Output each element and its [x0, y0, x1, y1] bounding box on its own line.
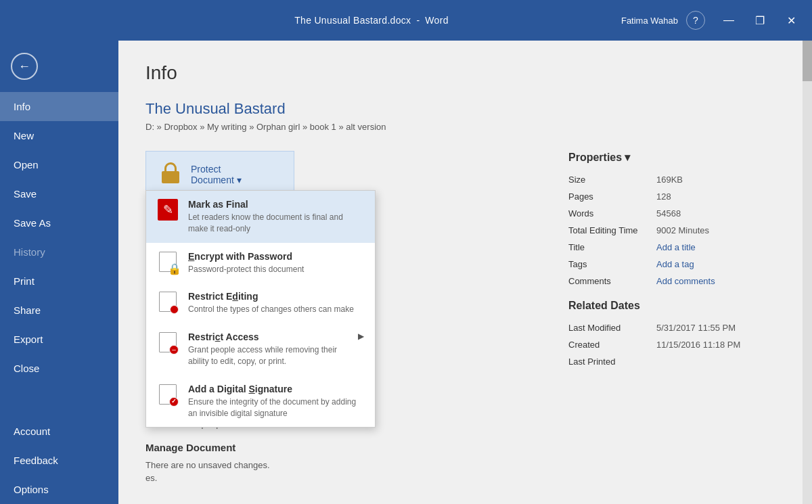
sidebar-item-history: History: [0, 237, 118, 267]
prop-label-comments: Comments: [568, 276, 656, 286]
manage-heading: Manage Document: [145, 442, 541, 453]
prop-value-editing-time: 9002 Minutes: [656, 225, 709, 235]
prop-created: Created 11/15/2016 11:18 PM: [568, 340, 785, 350]
lock-body: [162, 171, 179, 183]
prop-tags: Tags Add a tag: [568, 259, 785, 269]
prop-value-words: 54568: [656, 208, 681, 219]
prop-value-comments[interactable]: Add comments: [656, 276, 715, 286]
titlebar-app-name: Word: [425, 15, 448, 26]
sidebar-item-new[interactable]: New: [0, 121, 118, 150]
mark-as-final-desc: Let readers know the document is final a…: [188, 212, 364, 235]
manage-section: Manage Document There are no unsaved cha…: [145, 442, 541, 485]
sidebar-item-close[interactable]: Close: [0, 354, 118, 383]
sidebar-item-save-as[interactable]: Save As: [0, 208, 118, 237]
sidebar-item-info[interactable]: Info: [0, 92, 118, 121]
manage-desc: There are no unsaved changes.es.: [145, 459, 541, 485]
page-title: Info: [145, 62, 785, 84]
digital-signature-icon: ✓: [157, 384, 179, 405]
restrict-editing-content: Restrict Editing Control the types of ch…: [188, 291, 364, 315]
restrict-editing-title: Restrict Editing: [188, 291, 364, 302]
restrict-editing-desc: Control the types of changes others can …: [188, 304, 364, 315]
back-button[interactable]: ←: [11, 53, 38, 80]
content-area: Info The Unusual Bastard D: » Dropbox » …: [118, 41, 812, 504]
prop-value-pages: 128: [656, 191, 671, 202]
prop-title: Title Add a title: [568, 242, 785, 252]
sidebar-item-account[interactable]: Account: [0, 417, 118, 446]
prop-label-size: Size: [568, 175, 656, 185]
maximize-button[interactable]: ❐: [744, 0, 775, 41]
prop-value-tags[interactable]: Add a tag: [656, 259, 694, 269]
digital-signature-content: Add a Digital Signature Ensure the integ…: [188, 384, 364, 419]
prop-comments: Comments Add comments: [568, 276, 785, 286]
titlebar-help-button[interactable]: ?: [686, 11, 705, 30]
protect-btn-text: Protect Document ▾: [191, 164, 242, 185]
mark-as-final-content: Mark as Final Let readers know the docum…: [188, 199, 364, 235]
prop-label-last-printed: Last Printed: [568, 357, 656, 367]
related-dates-header: Related Dates: [568, 300, 785, 312]
restrict-access-desc: Grant people access while removing their…: [188, 344, 355, 367]
dropdown-item-digital-signature[interactable]: ✓ Add a Digital Signature Ensure the int…: [146, 375, 375, 428]
restrict-editing-icon: [157, 291, 179, 313]
encrypt-title: Encrypt with Password: [188, 251, 364, 262]
scrollbar-track[interactable]: [803, 41, 812, 504]
sidebar-item-feedback[interactable]: Feedback: [0, 446, 118, 475]
scrollbar-thumb[interactable]: [803, 41, 812, 81]
sidebar-item-print[interactable]: Print: [0, 267, 118, 296]
encrypt-content: Encrypt with Password Password-protect t…: [188, 251, 364, 275]
window-controls: — ❐ ✕: [713, 0, 807, 41]
prop-last-printed: Last Printed: [568, 357, 785, 367]
mark-as-final-title: Mark as Final: [188, 199, 364, 210]
prop-label-editing-time: Total Editing Time: [568, 225, 656, 235]
titlebar: The Unusual Bastard.docx - Word Fatima W…: [0, 0, 812, 41]
prop-pages: Pages 128: [568, 191, 785, 202]
encrypt-desc: Password-protect this document: [188, 264, 364, 275]
dropdown-item-restrict-access[interactable]: – Restrict Access Grant people access wh…: [146, 323, 375, 375]
content-inner: Info The Unusual Bastard D: » Dropbox » …: [118, 41, 812, 504]
lock-icon: [160, 162, 181, 187]
sidebar: ← Info New Open Save Save As History Pri…: [0, 41, 118, 504]
dropdown-item-mark-as-final[interactable]: ✎ Mark as Final Let readers know the doc…: [146, 191, 375, 243]
dropdown-item-restrict-editing[interactable]: Restrict Editing Control the types of ch…: [146, 283, 375, 323]
restrict-access-icon: –: [157, 331, 179, 353]
close-button[interactable]: ✕: [775, 0, 807, 41]
minimize-button[interactable]: —: [713, 0, 744, 41]
prop-label-words: Words: [568, 208, 656, 219]
prop-editing-time: Total Editing Time 9002 Minutes: [568, 225, 785, 235]
properties-title: Properties: [568, 152, 622, 164]
document-path: D: » Dropbox » My writing » Orphan girl …: [145, 122, 785, 132]
sidebar-nav: Info New Open Save Save As History Print…: [0, 92, 118, 504]
properties-dropdown-arrow[interactable]: ▾: [625, 151, 630, 164]
sidebar-item-share[interactable]: Share: [0, 296, 118, 325]
prop-value-title[interactable]: Add a title: [656, 242, 696, 252]
sidebar-item-save[interactable]: Save: [0, 179, 118, 208]
prop-size: Size 169KB: [568, 175, 785, 185]
prop-value-last-modified: 5/31/2017 11:55 PM: [656, 323, 736, 333]
restrict-access-title: Restrict Access: [188, 331, 355, 342]
encrypt-icon: 🔒: [157, 251, 179, 273]
prop-label-created: Created: [568, 340, 656, 350]
titlebar-separator: -: [416, 15, 420, 26]
digital-signature-title: Add a Digital Signature: [188, 384, 364, 394]
sidebar-item-open[interactable]: Open: [0, 150, 118, 179]
main-layout: ← Info New Open Save Save As History Pri…: [0, 41, 812, 504]
lock-shape: [160, 162, 181, 187]
protect-arrow: ▾: [237, 175, 242, 185]
sidebar-back: ←: [0, 41, 118, 92]
prop-label-pages: Pages: [568, 191, 656, 202]
sidebar-item-export[interactable]: Export: [0, 325, 118, 354]
document-title: The Unusual Bastard: [145, 100, 785, 118]
prop-label-title: Title: [568, 242, 656, 252]
info-panels: Protect Document ▾ ✎: [145, 151, 785, 496]
dropdown-item-encrypt[interactable]: 🔒 Encrypt with Password Password-protect…: [146, 243, 375, 283]
lock-top: [164, 162, 177, 172]
titlebar-doc-title: The Unusual Bastard.docx: [294, 15, 411, 26]
restrict-access-content: Restrict Access Grant people access whil…: [188, 331, 355, 367]
prop-words: Words 54568: [568, 208, 785, 219]
prop-label-tags: Tags: [568, 259, 656, 269]
titlebar-username: Fatima Wahab: [621, 16, 678, 26]
back-arrow-icon: ←: [18, 60, 30, 74]
properties-header: Properties ▾: [568, 151, 785, 164]
sidebar-item-options[interactable]: Options: [0, 475, 118, 504]
prop-label-last-modified: Last Modified: [568, 323, 656, 333]
mark-as-final-icon: ✎: [157, 199, 179, 221]
